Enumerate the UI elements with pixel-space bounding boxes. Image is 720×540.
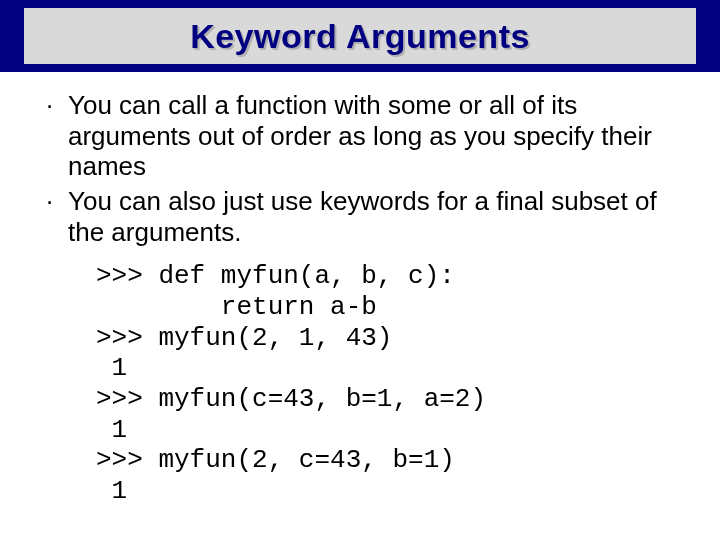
bullet-text: You can call a function with some or all… — [68, 90, 684, 182]
bullet-item: · You can also just use keywords for a f… — [46, 186, 684, 247]
bullet-item: · You can call a function with some or a… — [46, 90, 684, 182]
slide-title: Keyword Arguments — [190, 17, 530, 56]
code-block: >>> def myfun(a, b, c): return a-b >>> m… — [96, 261, 684, 506]
bullet-list: · You can call a function with some or a… — [46, 90, 684, 247]
bullet-text: You can also just use keywords for a fin… — [68, 186, 684, 247]
title-box: Keyword Arguments — [24, 8, 696, 64]
slide-body: · You can call a function with some or a… — [46, 90, 684, 507]
bullet-marker: · — [46, 90, 68, 182]
title-bar: Keyword Arguments — [0, 0, 720, 72]
slide: Keyword Arguments · You can call a funct… — [0, 0, 720, 540]
bullet-marker: · — [46, 186, 68, 247]
